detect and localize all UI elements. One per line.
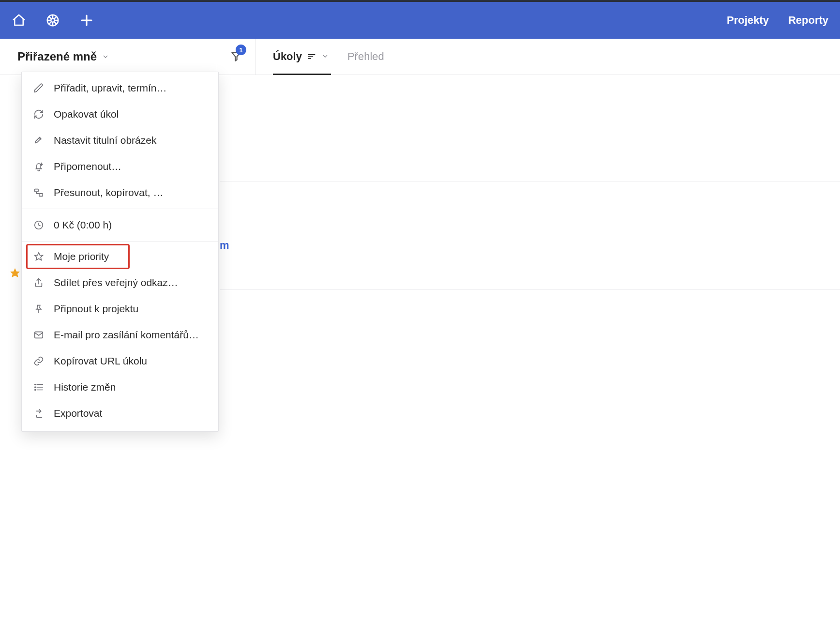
chevron-down-icon	[321, 50, 329, 63]
sort-icon	[307, 52, 316, 61]
view-dropdown-label: Přiřazené mně	[17, 50, 97, 63]
tab-tasks[interactable]: Úkoly	[273, 39, 329, 75]
svg-line-8	[54, 16, 57, 19]
tab-tasks-label: Úkoly	[273, 50, 302, 63]
topbar: Projekty Reporty	[0, 0, 840, 39]
nav-projects[interactable]: Projekty	[727, 14, 769, 27]
wheel-icon[interactable]	[45, 13, 60, 28]
svg-line-7	[54, 22, 57, 24]
filter-button[interactable]: 1	[217, 39, 255, 75]
nav-reports[interactable]: Reporty	[788, 14, 828, 27]
plus-icon[interactable]	[79, 13, 94, 28]
view-dropdown[interactable]: Přiřazené mně	[17, 50, 109, 63]
tabs: Úkoly Přehled	[255, 39, 384, 75]
svg-line-6	[49, 16, 51, 19]
context-menu: Přiřadit, upravit, termín… Opakovat úkol…	[21, 72, 219, 75]
tab-overview[interactable]: Přehled	[347, 39, 384, 75]
chevron-down-icon	[102, 53, 109, 61]
filter-badge: 1	[236, 45, 246, 55]
subbar: Přiřazené mně 1 Úkoly Přehled	[0, 39, 840, 75]
topbar-left	[12, 13, 94, 28]
home-icon[interactable]	[12, 13, 26, 28]
svg-line-9	[49, 22, 51, 24]
subbar-left: Přiřazené mně	[0, 39, 217, 75]
